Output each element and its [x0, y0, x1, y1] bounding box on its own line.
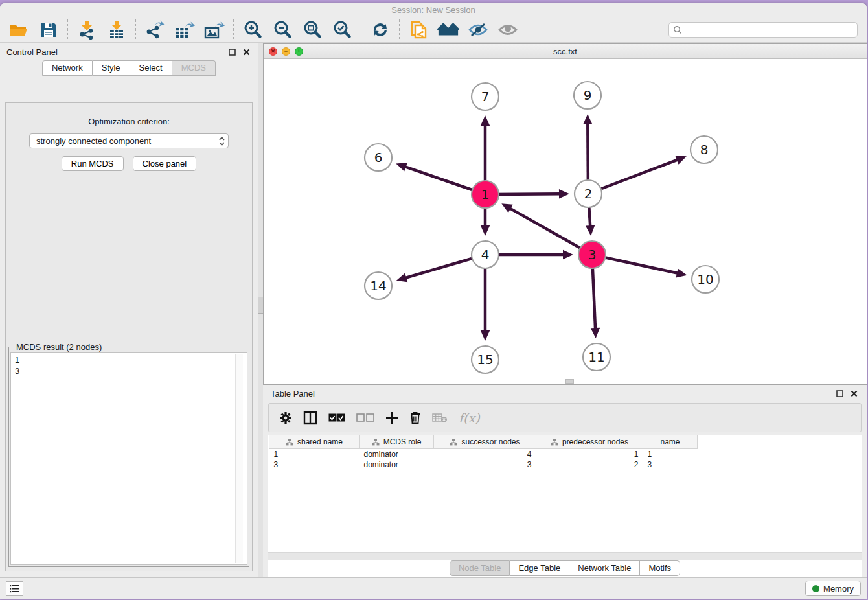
copy-network-view-icon[interactable] — [407, 20, 429, 40]
criterion-dropdown[interactable]: strongly connected component — [29, 133, 229, 148]
cell-mcds-role[interactable]: dominator — [360, 449, 434, 459]
cell-successor-nodes[interactable]: 3 — [434, 459, 536, 470]
network-window-title: scc.txt — [264, 47, 867, 56]
optimization-criterion-label: Optimization criterion: — [6, 117, 252, 126]
mcds-result-scrollbar[interactable] — [235, 354, 243, 563]
window-close-icon[interactable]: ✕ — [269, 47, 277, 56]
hide-selected-icon[interactable] — [467, 20, 489, 40]
deselect-all-checkboxes-icon[interactable] — [356, 409, 374, 427]
add-row-icon[interactable] — [385, 409, 398, 427]
criterion-dropdown-value: strongly connected component — [36, 136, 218, 146]
application-window: Session: New Session — [0, 3, 867, 599]
control-panel: Control Panel Network Style Select MCDS … — [0, 43, 258, 577]
delete-row-icon[interactable] — [409, 409, 421, 427]
cell-name[interactable]: 1 — [643, 449, 698, 459]
mcds-result-lines: 1 3 — [15, 354, 235, 563]
cell-successor-nodes[interactable]: 4 — [434, 449, 536, 459]
column-header-predecessor-nodes[interactable]: predecessor nodes — [536, 435, 643, 449]
cell-shared-name[interactable]: 1 — [269, 449, 360, 459]
mcds-result-textarea[interactable]: 1 3 — [10, 352, 247, 565]
table-settings-icon[interactable] — [279, 409, 292, 427]
show-all-icon[interactable] — [497, 20, 519, 40]
network-canvas[interactable]: 7968124314101511 — [264, 59, 867, 384]
tab-mcds[interactable]: MCDS — [172, 60, 216, 76]
search-field[interactable] — [668, 22, 858, 38]
control-panel-close-icon[interactable] — [241, 47, 251, 57]
network-view-window: scc.txt ✕ − + 7968124314101511 — [263, 43, 867, 385]
edge-2-8[interactable] — [588, 159, 680, 194]
column-label: successor nodes — [461, 437, 520, 446]
zoom-fit-icon[interactable] — [301, 20, 323, 40]
window-maximize-icon[interactable]: + — [295, 47, 303, 56]
column-type-icon — [372, 439, 380, 446]
split-columns-icon[interactable] — [303, 409, 317, 427]
edge-3-1[interactable] — [508, 207, 592, 255]
edge-arrowhead — [675, 156, 687, 164]
close-panel-button[interactable]: Close panel — [133, 156, 197, 171]
edge-arrowhead — [591, 328, 600, 338]
tab-network[interactable]: Network — [42, 60, 93, 76]
run-mcds-button[interactable]: Run MCDS — [62, 156, 124, 171]
save-icon[interactable] — [38, 20, 60, 40]
edge-arrowhead — [481, 330, 490, 341]
search-input[interactable] — [682, 25, 853, 34]
table-hscroll-track[interactable] — [268, 552, 862, 560]
graph-node-label: 10 — [697, 271, 713, 287]
delete-table-icon[interactable] — [432, 409, 448, 427]
import-table-icon[interactable] — [106, 20, 128, 40]
home-layout-icon[interactable] — [437, 20, 459, 40]
tab-edge-table[interactable]: Edge Table — [510, 560, 569, 576]
dropdown-stepper-icon — [218, 136, 225, 146]
column-header-mcds-role[interactable]: MCDS role — [360, 435, 434, 449]
table-panel-close-icon[interactable] — [849, 388, 859, 398]
control-panel-float-icon[interactable] — [227, 47, 237, 57]
cell-name[interactable]: 3 — [643, 459, 698, 470]
column-label: predecessor nodes — [562, 437, 628, 446]
memory-button[interactable]: Memory — [805, 581, 861, 596]
cell-predecessor-nodes[interactable]: 1 — [536, 449, 643, 459]
network-window-titlebar[interactable]: scc.txt ✕ − + — [264, 44, 867, 59]
mcds-result-box: MCDS result (2 nodes) 1 3 — [8, 347, 249, 567]
column-type-icon — [551, 439, 558, 446]
tab-select[interactable]: Select — [130, 60, 172, 76]
edge-arrowhead — [396, 163, 407, 172]
export-image-icon[interactable] — [203, 20, 225, 40]
table-toolbar: f(x) — [268, 403, 862, 432]
table-panel-float-icon[interactable] — [834, 388, 845, 398]
table-row[interactable]: 1 dominator 4 1 1 — [269, 449, 698, 459]
edge-arrowhead — [396, 273, 407, 283]
splitter-grip[interactable] — [258, 297, 263, 314]
cell-mcds-role[interactable]: dominator — [360, 459, 434, 470]
canvas-hscroll-thumb[interactable] — [565, 379, 574, 384]
table-row[interactable]: 3 dominator 3 2 3 — [269, 459, 698, 470]
edge-arrowhead — [481, 225, 490, 236]
refresh-icon[interactable] — [369, 20, 391, 40]
tab-node-table[interactable]: Node Table — [450, 560, 510, 576]
export-network-icon[interactable] — [144, 20, 166, 40]
cell-shared-name[interactable]: 3 — [269, 459, 360, 470]
open-folder-icon[interactable] — [8, 20, 30, 40]
column-header-shared-name[interactable]: shared name — [269, 435, 360, 449]
mcds-panel: Optimization criterion: strongly connect… — [5, 102, 253, 571]
tab-network-table[interactable]: Network Table — [569, 560, 640, 576]
export-table-icon[interactable] — [174, 20, 196, 40]
graph-node-label: 4 — [481, 247, 490, 262]
zoom-out-icon[interactable] — [271, 20, 293, 40]
function-builder-icon[interactable]: f(x) — [459, 409, 480, 427]
select-all-checkboxes-icon[interactable] — [328, 409, 345, 427]
panel-splitter[interactable] — [258, 43, 263, 577]
zoom-selected-icon[interactable] — [331, 20, 353, 40]
column-header-successor-nodes[interactable]: successor nodes — [434, 435, 536, 449]
zoom-in-icon[interactable] — [242, 20, 264, 40]
import-network-icon[interactable] — [76, 20, 98, 40]
tab-motifs[interactable]: Motifs — [640, 560, 680, 576]
tab-style[interactable]: Style — [93, 60, 130, 76]
window-minimize-icon[interactable]: − — [282, 47, 290, 56]
graph-node-label: 1 — [481, 187, 490, 202]
graph-node-label: 11 — [588, 349, 604, 365]
column-header-name[interactable]: name — [643, 435, 698, 449]
table-header-row: shared name MCDS role successor nodes — [269, 435, 698, 449]
column-type-icon — [286, 439, 293, 446]
cell-predecessor-nodes[interactable]: 2 — [536, 459, 643, 470]
task-history-button[interactable] — [6, 581, 23, 596]
